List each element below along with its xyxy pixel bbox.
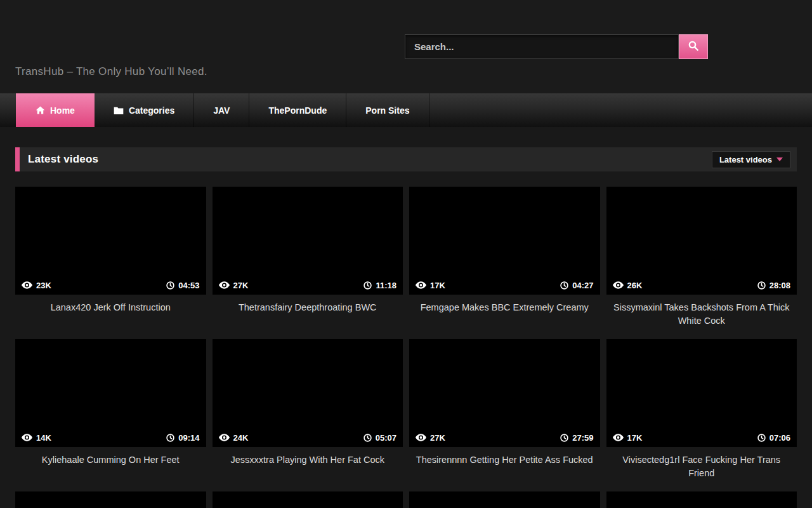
- video-title[interactable]: Kyliehaale Cumming On Her Feet: [15, 447, 206, 467]
- duration-text: 05:07: [376, 433, 396, 443]
- video-duration: 28:08: [757, 281, 790, 290]
- nav-tab-categories[interactable]: Categories: [95, 93, 194, 127]
- view-count: 17K: [416, 281, 445, 290]
- video-duration: 09:14: [166, 433, 199, 443]
- eye-icon: [22, 434, 32, 441]
- video-thumbnail[interactable]: 26K 28:08: [606, 187, 797, 295]
- video-stats: 27K 11:18: [213, 276, 403, 295]
- main-content: Latest videos Latest videos 23K: [0, 147, 812, 508]
- video-duration: 05:07: [363, 433, 396, 443]
- video-stats: 24K 05:07: [213, 428, 403, 447]
- video-title[interactable]: Thesirennnn Getting Her Petite Ass Fucke…: [409, 447, 600, 467]
- video-card[interactable]: 24K 05:07 Jessxxxtra Playing With Her Fa…: [213, 339, 403, 491]
- video-grid: 23K 04:53 Lanax420 Jerk Off Instruction: [15, 187, 797, 508]
- view-count-text: 17K: [627, 433, 643, 443]
- chevron-down-icon: [776, 157, 783, 161]
- view-count-text: 14K: [36, 433, 51, 443]
- video-card[interactable]: 23K 04:53 Lanax420 Jerk Off Instruction: [15, 187, 206, 339]
- site-tagline: TransHub – The Only Hub You’ll Need.: [15, 65, 207, 78]
- view-count-text: 23K: [36, 281, 51, 290]
- video-card[interactable]: [606, 491, 797, 508]
- video-card[interactable]: 27K 11:18 Thetransfairy Deepthroating BW…: [213, 187, 403, 339]
- video-thumbnail[interactable]: [15, 491, 206, 508]
- search-icon: [688, 40, 699, 53]
- video-stats: 14K 09:14: [15, 428, 206, 447]
- nav-tab-theporndude[interactable]: ThePornDude: [249, 93, 346, 127]
- view-count-text: 17K: [430, 281, 445, 290]
- duration-text: 04:27: [572, 281, 593, 290]
- video-thumbnail[interactable]: 23K 04:53: [15, 187, 206, 295]
- clock-icon: [166, 434, 174, 442]
- view-count: 26K: [613, 281, 643, 290]
- video-thumbnail[interactable]: 17K 04:27: [409, 187, 600, 295]
- video-card[interactable]: 27K 27:59 Thesirennnn Getting Her Petite…: [409, 339, 600, 491]
- video-duration: 07:06: [757, 433, 790, 443]
- video-stats: 17K 04:27: [409, 276, 600, 295]
- duration-text: 07:06: [769, 433, 790, 443]
- video-thumbnail[interactable]: [409, 491, 600, 508]
- video-stats: 26K 28:08: [606, 276, 797, 295]
- eye-icon: [219, 281, 230, 289]
- video-card[interactable]: 14K 09:14 Kyliehaale Cumming On Her Feet: [15, 339, 206, 491]
- video-duration: 27:59: [560, 433, 593, 443]
- clock-icon: [363, 281, 372, 290]
- video-title[interactable]: Sissymaxinl Takes Backshots From A Thick…: [606, 295, 797, 328]
- sort-dropdown[interactable]: Latest videos: [712, 151, 790, 168]
- nav-tab-label: Home: [50, 105, 75, 116]
- main-nav: Home Categories JAV ThePornDude Porn Sit…: [0, 93, 812, 127]
- video-card[interactable]: [409, 491, 600, 508]
- sort-dropdown-label: Latest videos: [719, 155, 772, 164]
- video-thumbnail[interactable]: [213, 491, 403, 508]
- clock-icon: [757, 281, 766, 290]
- video-title[interactable]: Thetransfairy Deepthroating BWC: [213, 295, 403, 314]
- video-thumbnail[interactable]: 27K 11:18: [213, 187, 403, 295]
- view-count: 27K: [416, 433, 445, 443]
- nav-tab-jav[interactable]: JAV: [194, 93, 249, 127]
- video-thumbnail[interactable]: 27K 27:59: [409, 339, 600, 447]
- video-card[interactable]: 17K 07:06 Vivisectedg1rl Face Fucking He…: [606, 339, 797, 491]
- search-bar: [405, 34, 708, 59]
- view-count-text: 24K: [233, 433, 249, 443]
- clock-icon: [560, 434, 568, 442]
- duration-text: 04:53: [178, 281, 199, 290]
- view-count: 17K: [613, 433, 643, 443]
- video-title[interactable]: Vivisectedg1rl Face Fucking Her Trans Fr…: [606, 447, 797, 480]
- video-title[interactable]: Femgape Makes BBC Extremely Creamy: [409, 295, 600, 314]
- video-card[interactable]: [213, 491, 403, 508]
- duration-text: 27:59: [572, 433, 593, 443]
- video-card[interactable]: 26K 28:08 Sissymaxinl Takes Backshots Fr…: [606, 187, 797, 339]
- eye-icon: [613, 281, 624, 289]
- search-input[interactable]: [405, 34, 679, 59]
- view-count: 24K: [219, 433, 249, 443]
- nav-tab-home[interactable]: Home: [16, 93, 95, 127]
- site-header: TransHub – The Only Hub You’ll Need.: [0, 0, 812, 93]
- search-button[interactable]: [679, 34, 708, 59]
- video-duration: 11:18: [363, 281, 396, 290]
- duration-text: 11:18: [376, 281, 396, 290]
- video-title[interactable]: Lanax420 Jerk Off Instruction: [15, 295, 206, 314]
- nav-tab-label: Porn Sites: [365, 105, 409, 116]
- video-thumbnail[interactable]: 24K 05:07: [213, 339, 403, 447]
- eye-icon: [613, 434, 624, 441]
- eye-icon: [416, 281, 426, 289]
- view-count-text: 27K: [430, 433, 445, 443]
- video-card[interactable]: [15, 491, 206, 508]
- nav-tab-label: JAV: [213, 105, 230, 116]
- video-thumbnail[interactable]: [606, 491, 797, 508]
- nav-tab-porn-sites[interactable]: Porn Sites: [346, 93, 429, 127]
- section-title: Latest videos: [28, 153, 98, 166]
- duration-text: 09:14: [178, 433, 199, 443]
- view-count: 23K: [22, 281, 51, 290]
- duration-text: 28:08: [769, 281, 790, 290]
- video-stats: 27K 27:59: [409, 428, 600, 447]
- clock-icon: [363, 434, 372, 442]
- eye-icon: [416, 434, 426, 441]
- video-card[interactable]: 17K 04:27 Femgape Makes BBC Extremely Cr…: [409, 187, 600, 339]
- section-header: Latest videos Latest videos: [15, 147, 797, 171]
- nav-tab-label: Categories: [129, 105, 174, 116]
- video-thumbnail[interactable]: 14K 09:14: [15, 339, 206, 447]
- video-duration: 04:27: [560, 281, 593, 290]
- clock-icon: [757, 434, 766, 442]
- video-thumbnail[interactable]: 17K 07:06: [606, 339, 797, 447]
- video-title[interactable]: Jessxxxtra Playing With Her Fat Cock: [213, 447, 403, 467]
